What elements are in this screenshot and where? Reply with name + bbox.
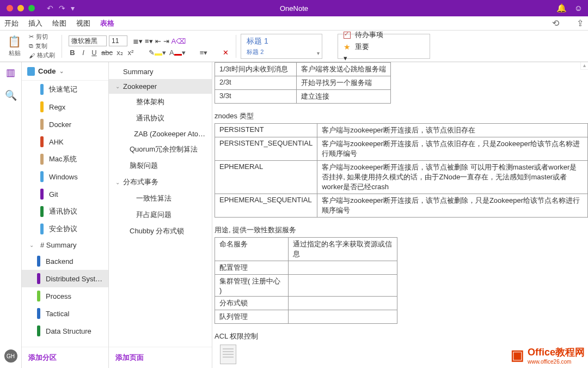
page-item[interactable]: ⌄分布式事务 (109, 174, 212, 190)
section-item[interactable]: Mac系统 (22, 150, 108, 168)
numbering-icon[interactable]: ≡▾ (145, 37, 153, 45)
section-item[interactable]: 通讯协议 (22, 203, 108, 220)
close-window-button[interactable] (7, 5, 13, 11)
table-cell[interactable]: EPHEMERAL (215, 161, 317, 194)
section-item[interactable]: Data Structure (22, 322, 108, 340)
share-icon[interactable]: ⇪ (577, 18, 584, 28)
strike-button[interactable]: abc (101, 49, 113, 57)
tags-gallery[interactable]: 待办事项 ★重要 ▾ (338, 34, 430, 59)
section-item[interactable]: Regx (22, 98, 108, 116)
page-item[interactable]: Summary (109, 64, 212, 79)
font-color-button[interactable]: A▾ (169, 49, 186, 57)
table-cell[interactable]: 开始寻找另一个服务端 (297, 76, 391, 90)
table-cell[interactable] (289, 275, 397, 297)
section-group[interactable]: ⌄# Summary (22, 238, 108, 252)
section-item[interactable]: AHK (22, 133, 108, 150)
table-cell[interactable] (289, 310, 397, 324)
page-item[interactable]: 通讯协议 (109, 110, 212, 126)
redo-icon[interactable]: ↷ (59, 4, 65, 13)
page-item[interactable]: 整体架构 (109, 94, 212, 110)
page-item[interactable]: ZAB (Zookeeper Ato… (109, 126, 212, 141)
table-cell[interactable]: EPHEMERAL_SEQUENTIAL (215, 194, 317, 218)
table-cell[interactable]: PERSISTENT_SEQUENTIAL (215, 137, 317, 161)
table-cell[interactable]: 队列管理 (215, 310, 289, 324)
add-section-button[interactable]: 添加分区 (22, 347, 108, 368)
page-item[interactable]: ⌄Zookeeper (109, 79, 212, 94)
font-name-select[interactable]: 微软雅黑 (69, 35, 107, 46)
cut-button[interactable]: ✂剪切 (29, 33, 55, 41)
tag-todo[interactable]: 待办事项 (344, 30, 416, 40)
section-item[interactable]: Windows (22, 168, 108, 185)
section-item[interactable]: Git (22, 185, 108, 203)
copy-button[interactable]: ⧉复制 (29, 42, 55, 50)
page-item[interactable]: 脑裂问题 (109, 158, 212, 174)
indent-icon[interactable]: ⇥ (163, 37, 169, 45)
style-heading1[interactable]: 标题 1 (247, 37, 312, 46)
notification-icon[interactable]: 🔔 (556, 3, 567, 13)
table-cell[interactable]: 2/3t (215, 76, 297, 90)
notebook-picker[interactable]: Code ⌄ (22, 62, 108, 81)
heartbeat-table[interactable]: 1/3t时间内未收到消息客户端将发送心跳给服务端2/3t开始寻找另一个服务端3/… (215, 62, 391, 104)
highlight-button[interactable]: ✎▾ (149, 49, 166, 57)
table-cell[interactable]: 客户端与zookeeper断开连接后，该节点被删除 可以用于检测master或者… (317, 161, 588, 194)
superscript-button[interactable]: x² (127, 49, 134, 57)
table-cell[interactable] (289, 297, 397, 310)
table-cell[interactable]: 客户端与zookeeper断开连接后，该节点被删除，只是Zookeeper给该节… (317, 194, 588, 218)
sync-icon[interactable]: ⟲ (552, 18, 559, 28)
table-cell[interactable]: 建立连接 (297, 90, 391, 104)
add-page-button[interactable]: 添加页面 (109, 347, 212, 368)
table-cell[interactable]: 配置管理 (215, 261, 289, 275)
menu-draw[interactable]: 绘图 (52, 19, 66, 28)
table-cell[interactable]: PERSISTENT (215, 124, 317, 137)
note-canvas[interactable]: ▴ 1/3t时间内未收到消息客户端将发送心跳给服务端2/3t开始寻找另一个服务端… (212, 62, 588, 368)
page-item[interactable]: 一致性算法 (109, 190, 212, 207)
clear-format-icon[interactable]: A⌫ (171, 37, 186, 45)
menu-insert[interactable]: 插入 (28, 19, 42, 28)
underline-button[interactable]: U (90, 49, 98, 57)
italic-button[interactable]: I (79, 49, 87, 57)
page-item[interactable]: Quorum冗余控制算法 (109, 141, 212, 158)
menu-table[interactable]: 表格 (100, 19, 114, 28)
page-item[interactable]: Chubby 分布式锁 (109, 223, 212, 239)
minimize-window-button[interactable] (17, 5, 24, 11)
znodes-table[interactable]: PERSISTENT客户端与zookeeper断开连接后，该节点依旧存在PERS… (215, 123, 588, 218)
section-item[interactable]: Backend (22, 252, 108, 270)
chevron-down-icon[interactable]: ▾ (317, 50, 320, 56)
format-painter-button[interactable]: 🖌格式刷 (29, 51, 55, 59)
undo-icon[interactable]: ↶ (47, 4, 53, 13)
table-cell[interactable]: 3/3t (215, 90, 297, 104)
bold-button[interactable]: B (69, 49, 76, 57)
style-heading2[interactable]: 标题 2 (247, 48, 312, 56)
maximize-window-button[interactable] (28, 5, 35, 11)
table-cell[interactable]: 命名服务 (215, 238, 289, 261)
outdent-icon[interactable]: ⇤ (155, 37, 161, 45)
table-cell[interactable]: 客户端将发送心跳给服务端 (297, 63, 391, 76)
table-cell[interactable]: 集群管理( 注册中心 ) (215, 275, 289, 297)
account-icon[interactable]: ☺ (574, 3, 583, 13)
menu-home[interactable]: 开始 (4, 19, 19, 28)
section-item[interactable]: Tactical (22, 305, 108, 322)
table-cell[interactable] (289, 261, 397, 275)
subscript-button[interactable]: x₂ (116, 49, 124, 57)
section-item[interactable]: Docker (22, 116, 108, 133)
section-item[interactable]: Distributed Syst… (22, 270, 108, 287)
table-cell[interactable]: 客户端与zookeeper断开连接后，该节点依旧存在 (317, 124, 588, 137)
page-item[interactable]: 拜占庭问题 (109, 207, 212, 223)
paste-button[interactable]: 📋 粘贴 (4, 32, 24, 61)
avatar[interactable]: GH (4, 349, 17, 363)
font-size-select[interactable]: 11 (109, 35, 127, 46)
chevron-down-icon[interactable]: ▾ (344, 54, 416, 62)
menu-view[interactable]: 视图 (76, 19, 90, 28)
delete-icon[interactable]: ✕ (222, 49, 229, 57)
align-button[interactable]: ≡▾ (200, 49, 208, 57)
table-cell[interactable]: 通过指定的名字来获取资源或信息 (289, 238, 397, 261)
tag-important[interactable]: ★重要 (344, 42, 416, 52)
section-item[interactable]: 快速笔记 (22, 81, 108, 98)
table-cell[interactable]: 客户端与zookeeper断开连接后，该节点依旧存在，只是Zookeeper给该… (317, 137, 588, 161)
table-cell[interactable]: 分布式锁 (215, 297, 289, 310)
qat-customize-icon[interactable]: ▾ (71, 4, 75, 13)
uses-table[interactable]: 命名服务通过指定的名字来获取资源或信息配置管理集群管理( 注册中心 )分布式锁队… (215, 237, 397, 324)
section-item[interactable]: 安全协议 (22, 220, 108, 238)
styles-gallery[interactable]: 标题 1 标题 2 ▾ (241, 34, 322, 59)
search-icon[interactable]: 🔍 (5, 89, 17, 101)
